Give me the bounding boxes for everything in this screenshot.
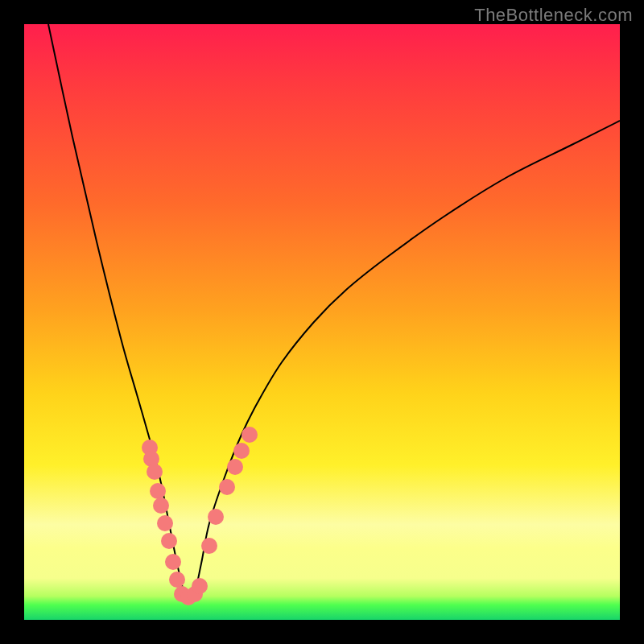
watermark-text: TheBottleneck.com <box>474 5 633 26</box>
curve-overlay <box>24 24 620 620</box>
data-dot <box>201 538 217 554</box>
data-dot <box>227 459 243 475</box>
data-dot <box>242 427 258 443</box>
data-dot <box>150 483 166 499</box>
data-dot <box>157 515 173 531</box>
chart-frame: TheBottleneck.com <box>0 0 644 644</box>
data-dot <box>165 554 181 570</box>
data-dot <box>153 497 169 514</box>
data-dot <box>147 464 163 480</box>
data-dot <box>161 533 177 549</box>
plot-area <box>24 24 620 620</box>
data-dot <box>208 509 224 525</box>
data-dot <box>192 578 208 594</box>
data-dot <box>233 443 250 459</box>
data-dot <box>219 479 235 495</box>
bottleneck-curve <box>48 24 620 601</box>
data-dots <box>142 427 258 605</box>
data-dot <box>169 572 185 588</box>
